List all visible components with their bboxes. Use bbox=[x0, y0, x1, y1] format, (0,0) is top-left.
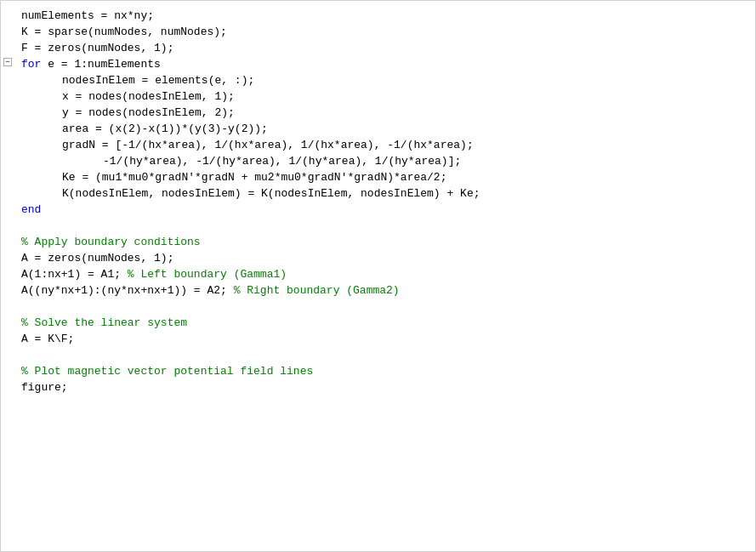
line-gutter bbox=[1, 202, 14, 203]
line-gutter bbox=[1, 250, 14, 252]
code-line: end bbox=[1, 202, 755, 218]
code-content: area = (x(2)-x(1))*(y(3)-y(2)); bbox=[14, 121, 268, 137]
line-gutter bbox=[1, 40, 14, 42]
line-gutter bbox=[1, 299, 14, 300]
line-gutter bbox=[1, 105, 14, 106]
code-content: nodesInElem = elements(e, :); bbox=[14, 72, 254, 88]
code-content: -1/(hy*area), -1/(hy*area), 1/(hy*area),… bbox=[14, 153, 461, 169]
code-line: numElements = nx*ny; bbox=[1, 8, 755, 24]
code-content: numElements = nx*ny; bbox=[14, 8, 154, 24]
line-gutter bbox=[1, 137, 14, 139]
code-content: A = zeros(numNodes, 1); bbox=[14, 250, 173, 266]
code-line: % Plot magnetic vector potential field l… bbox=[1, 363, 755, 379]
code-token: A = zeros(numNodes, 1); bbox=[21, 252, 173, 265]
line-gutter bbox=[1, 315, 14, 316]
code-token: Ke = (mu1*mu0*gradN'*gradN + mu2*mu0*gra… bbox=[62, 171, 446, 184]
line-gutter bbox=[1, 88, 14, 90]
code-token: -1/(hy*area), -1/(hy*area), 1/(hy*area),… bbox=[103, 155, 461, 168]
code-line bbox=[1, 218, 755, 234]
line-gutter bbox=[1, 266, 14, 268]
code-line: figure; bbox=[1, 379, 755, 396]
line-gutter bbox=[1, 72, 14, 74]
code-token: % Right boundary (Gamma2) bbox=[234, 284, 400, 297]
code-token: A((ny*nx+1):(ny*nx+nx+1)) = A2; bbox=[21, 284, 234, 297]
code-content: figure; bbox=[14, 379, 68, 396]
code-content: K = sparse(numNodes, numNodes); bbox=[14, 24, 227, 40]
code-line: −for e = 1:numElements bbox=[1, 56, 755, 72]
line-gutter[interactable]: − bbox=[1, 56, 14, 66]
code-content: % Solve the linear system bbox=[14, 315, 187, 331]
code-line bbox=[1, 299, 755, 315]
code-line: A = zeros(numNodes, 1); bbox=[1, 250, 755, 266]
code-content: A((ny*nx+1):(ny*nx+nx+1)) = A2; % Right … bbox=[14, 282, 400, 299]
line-gutter bbox=[1, 8, 14, 9]
code-token: % Apply boundary conditions bbox=[21, 236, 201, 248]
code-token: for bbox=[21, 58, 41, 71]
code-content: A(1:nx+1) = A1; % Left boundary (Gamma1) bbox=[14, 266, 287, 282]
code-token: % Left boundary (Gamma1) bbox=[128, 268, 287, 281]
code-token: figure; bbox=[21, 381, 68, 394]
code-line: K(nodesInElem, nodesInElem) = K(nodesInE… bbox=[1, 185, 755, 202]
code-content: x = nodes(nodesInElem, 1); bbox=[14, 88, 235, 105]
code-token: area = (x(2)-x(1))*(y(3)-y(2)); bbox=[62, 122, 268, 135]
code-line: gradN = [-1/(hx*area), 1/(hx*area), 1/(h… bbox=[1, 137, 755, 153]
code-token: K(nodesInElem, nodesInElem) = K(nodesInE… bbox=[62, 187, 480, 200]
line-gutter bbox=[1, 347, 14, 349]
code-token: A = K\F; bbox=[21, 333, 74, 345]
code-line: area = (x(2)-x(1))*(y(3)-y(2)); bbox=[1, 121, 755, 137]
code-token: x = nodes(nodesInElem, 1); bbox=[62, 90, 235, 103]
code-line: Ke = (mu1*mu0*gradN'*gradN + mu2*mu0*gra… bbox=[1, 169, 755, 185]
code-line bbox=[1, 347, 755, 363]
code-line: % Apply boundary conditions bbox=[1, 234, 755, 250]
code-content: for e = 1:numElements bbox=[14, 56, 161, 72]
code-content: % Apply boundary conditions bbox=[14, 234, 201, 250]
code-token: y = nodes(nodesInElem, 2); bbox=[62, 106, 235, 119]
line-gutter bbox=[1, 331, 14, 333]
line-gutter bbox=[1, 282, 14, 284]
code-content: end bbox=[14, 202, 41, 218]
code-line: -1/(hy*area), -1/(hy*area), 1/(hy*area),… bbox=[1, 153, 755, 169]
line-gutter bbox=[1, 121, 14, 122]
code-token: K = sparse(numNodes, numNodes); bbox=[21, 26, 227, 38]
line-gutter bbox=[1, 24, 14, 26]
code-content: K(nodesInElem, nodesInElem) = K(nodesInE… bbox=[14, 185, 480, 202]
line-gutter bbox=[1, 153, 14, 155]
code-line: A((ny*nx+1):(ny*nx+nx+1)) = A2; % Right … bbox=[1, 282, 755, 299]
code-token: A(1:nx+1) = A1; bbox=[21, 268, 128, 281]
code-content: F = zeros(numNodes, 1); bbox=[14, 40, 173, 56]
code-content: % Plot magnetic vector potential field l… bbox=[14, 363, 313, 379]
code-token: gradN = [-1/(hx*area), 1/(hx*area), 1/(h… bbox=[62, 139, 474, 151]
code-content: y = nodes(nodesInElem, 2); bbox=[14, 105, 235, 121]
fold-icon[interactable]: − bbox=[3, 58, 12, 66]
code-token: numElements = nx*ny; bbox=[21, 9, 154, 22]
code-line: A = K\F; bbox=[1, 331, 755, 347]
line-gutter bbox=[1, 234, 14, 236]
code-editor: numElements = nx*ny;K = sparse(numNodes,… bbox=[0, 0, 756, 552]
code-line: % Solve the linear system bbox=[1, 315, 755, 331]
code-content: gradN = [-1/(hx*area), 1/(hx*area), 1/(h… bbox=[14, 137, 474, 153]
line-gutter bbox=[1, 363, 14, 365]
line-gutter bbox=[1, 218, 14, 219]
code-content: A = K\F; bbox=[14, 331, 74, 347]
line-gutter bbox=[1, 379, 14, 381]
code-token: % Solve the linear system bbox=[21, 316, 187, 329]
code-content: Ke = (mu1*mu0*gradN'*gradN + mu2*mu0*gra… bbox=[14, 169, 446, 185]
code-line: nodesInElem = elements(e, :); bbox=[1, 72, 755, 88]
code-line: x = nodes(nodesInElem, 1); bbox=[1, 88, 755, 105]
code-line: A(1:nx+1) = A1; % Left boundary (Gamma1) bbox=[1, 266, 755, 282]
code-line: K = sparse(numNodes, numNodes); bbox=[1, 24, 755, 40]
line-gutter bbox=[1, 169, 14, 171]
code-token: e = 1:numElements bbox=[41, 58, 160, 71]
line-gutter bbox=[1, 185, 14, 187]
code-token: nodesInElem = elements(e, :); bbox=[62, 74, 254, 87]
code-token: F = zeros(numNodes, 1); bbox=[21, 42, 173, 54]
code-token: end bbox=[21, 203, 41, 216]
code-token: % Plot magnetic vector potential field l… bbox=[21, 365, 313, 378]
code-line: y = nodes(nodesInElem, 2); bbox=[1, 105, 755, 121]
code-line: F = zeros(numNodes, 1); bbox=[1, 40, 755, 56]
